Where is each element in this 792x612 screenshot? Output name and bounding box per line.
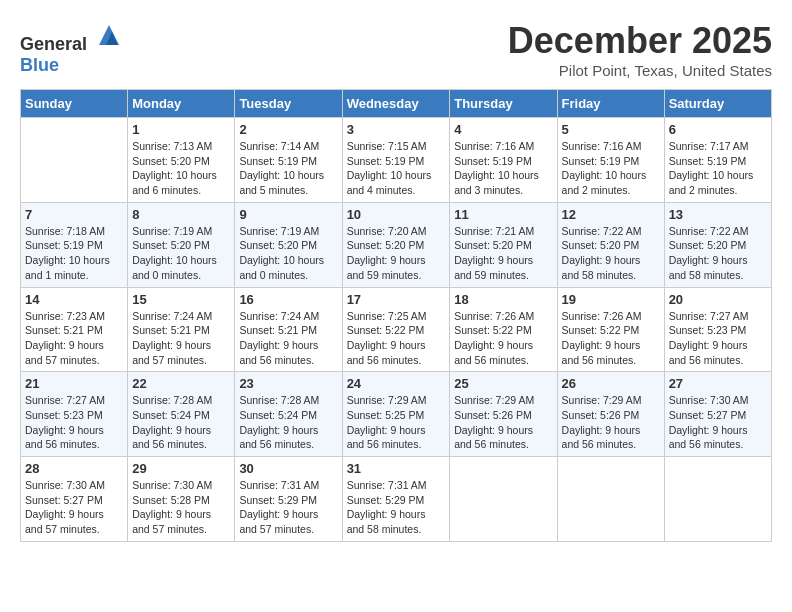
day-number: 20: [669, 292, 767, 307]
weekday-header-sunday: Sunday: [21, 90, 128, 118]
day-number: 30: [239, 461, 337, 476]
day-info: Sunrise: 7:28 AM Sunset: 5:24 PM Dayligh…: [239, 393, 337, 452]
calendar-cell: 5Sunrise: 7:16 AM Sunset: 5:19 PM Daylig…: [557, 118, 664, 203]
calendar-cell: 6Sunrise: 7:17 AM Sunset: 5:19 PM Daylig…: [664, 118, 771, 203]
weekday-header-thursday: Thursday: [450, 90, 557, 118]
calendar-cell: 28Sunrise: 7:30 AM Sunset: 5:27 PM Dayli…: [21, 457, 128, 542]
day-number: 22: [132, 376, 230, 391]
calendar-cell: 25Sunrise: 7:29 AM Sunset: 5:26 PM Dayli…: [450, 372, 557, 457]
day-number: 11: [454, 207, 552, 222]
day-number: 9: [239, 207, 337, 222]
calendar-cell: 10Sunrise: 7:20 AM Sunset: 5:20 PM Dayli…: [342, 202, 450, 287]
logo: General Blue: [20, 20, 124, 76]
day-info: Sunrise: 7:23 AM Sunset: 5:21 PM Dayligh…: [25, 309, 123, 368]
calendar-cell: 31Sunrise: 7:31 AM Sunset: 5:29 PM Dayli…: [342, 457, 450, 542]
weekday-header-tuesday: Tuesday: [235, 90, 342, 118]
calendar-cell: 15Sunrise: 7:24 AM Sunset: 5:21 PM Dayli…: [128, 287, 235, 372]
day-info: Sunrise: 7:15 AM Sunset: 5:19 PM Dayligh…: [347, 139, 446, 198]
calendar-cell: 8Sunrise: 7:19 AM Sunset: 5:20 PM Daylig…: [128, 202, 235, 287]
calendar-cell: 17Sunrise: 7:25 AM Sunset: 5:22 PM Dayli…: [342, 287, 450, 372]
day-info: Sunrise: 7:16 AM Sunset: 5:19 PM Dayligh…: [454, 139, 552, 198]
day-info: Sunrise: 7:30 AM Sunset: 5:27 PM Dayligh…: [669, 393, 767, 452]
day-info: Sunrise: 7:30 AM Sunset: 5:27 PM Dayligh…: [25, 478, 123, 537]
week-row-5: 28Sunrise: 7:30 AM Sunset: 5:27 PM Dayli…: [21, 457, 772, 542]
calendar-cell: 16Sunrise: 7:24 AM Sunset: 5:21 PM Dayli…: [235, 287, 342, 372]
weekday-header-friday: Friday: [557, 90, 664, 118]
day-number: 27: [669, 376, 767, 391]
weekday-header-monday: Monday: [128, 90, 235, 118]
day-number: 29: [132, 461, 230, 476]
calendar-cell: [664, 457, 771, 542]
calendar-table: SundayMondayTuesdayWednesdayThursdayFrid…: [20, 89, 772, 542]
day-number: 12: [562, 207, 660, 222]
day-info: Sunrise: 7:29 AM Sunset: 5:25 PM Dayligh…: [347, 393, 446, 452]
day-number: 18: [454, 292, 552, 307]
calendar-cell: 4Sunrise: 7:16 AM Sunset: 5:19 PM Daylig…: [450, 118, 557, 203]
day-info: Sunrise: 7:22 AM Sunset: 5:20 PM Dayligh…: [562, 224, 660, 283]
day-number: 19: [562, 292, 660, 307]
day-info: Sunrise: 7:17 AM Sunset: 5:19 PM Dayligh…: [669, 139, 767, 198]
logo-text: General Blue: [20, 20, 124, 76]
calendar-cell: 13Sunrise: 7:22 AM Sunset: 5:20 PM Dayli…: [664, 202, 771, 287]
day-number: 14: [25, 292, 123, 307]
week-row-3: 14Sunrise: 7:23 AM Sunset: 5:21 PM Dayli…: [21, 287, 772, 372]
calendar-cell: 29Sunrise: 7:30 AM Sunset: 5:28 PM Dayli…: [128, 457, 235, 542]
week-row-4: 21Sunrise: 7:27 AM Sunset: 5:23 PM Dayli…: [21, 372, 772, 457]
day-number: 5: [562, 122, 660, 137]
day-info: Sunrise: 7:19 AM Sunset: 5:20 PM Dayligh…: [239, 224, 337, 283]
day-number: 17: [347, 292, 446, 307]
day-number: 7: [25, 207, 123, 222]
day-info: Sunrise: 7:21 AM Sunset: 5:20 PM Dayligh…: [454, 224, 552, 283]
day-number: 4: [454, 122, 552, 137]
logo-general: General: [20, 34, 87, 54]
day-info: Sunrise: 7:27 AM Sunset: 5:23 PM Dayligh…: [669, 309, 767, 368]
day-number: 26: [562, 376, 660, 391]
day-number: 16: [239, 292, 337, 307]
day-info: Sunrise: 7:24 AM Sunset: 5:21 PM Dayligh…: [239, 309, 337, 368]
calendar-cell: 27Sunrise: 7:30 AM Sunset: 5:27 PM Dayli…: [664, 372, 771, 457]
calendar-cell: 22Sunrise: 7:28 AM Sunset: 5:24 PM Dayli…: [128, 372, 235, 457]
day-info: Sunrise: 7:14 AM Sunset: 5:19 PM Dayligh…: [239, 139, 337, 198]
day-number: 31: [347, 461, 446, 476]
weekday-header-row: SundayMondayTuesdayWednesdayThursdayFrid…: [21, 90, 772, 118]
day-number: 13: [669, 207, 767, 222]
day-number: 3: [347, 122, 446, 137]
day-info: Sunrise: 7:18 AM Sunset: 5:19 PM Dayligh…: [25, 224, 123, 283]
calendar-cell: 1Sunrise: 7:13 AM Sunset: 5:20 PM Daylig…: [128, 118, 235, 203]
day-number: 25: [454, 376, 552, 391]
day-info: Sunrise: 7:31 AM Sunset: 5:29 PM Dayligh…: [239, 478, 337, 537]
weekday-header-wednesday: Wednesday: [342, 90, 450, 118]
weekday-header-saturday: Saturday: [664, 90, 771, 118]
day-info: Sunrise: 7:16 AM Sunset: 5:19 PM Dayligh…: [562, 139, 660, 198]
day-info: Sunrise: 7:26 AM Sunset: 5:22 PM Dayligh…: [454, 309, 552, 368]
calendar-cell: 2Sunrise: 7:14 AM Sunset: 5:19 PM Daylig…: [235, 118, 342, 203]
day-number: 21: [25, 376, 123, 391]
calendar-cell: 20Sunrise: 7:27 AM Sunset: 5:23 PM Dayli…: [664, 287, 771, 372]
day-number: 8: [132, 207, 230, 222]
day-info: Sunrise: 7:29 AM Sunset: 5:26 PM Dayligh…: [562, 393, 660, 452]
calendar-cell: 30Sunrise: 7:31 AM Sunset: 5:29 PM Dayli…: [235, 457, 342, 542]
day-info: Sunrise: 7:27 AM Sunset: 5:23 PM Dayligh…: [25, 393, 123, 452]
day-info: Sunrise: 7:20 AM Sunset: 5:20 PM Dayligh…: [347, 224, 446, 283]
day-number: 1: [132, 122, 230, 137]
calendar-cell: 3Sunrise: 7:15 AM Sunset: 5:19 PM Daylig…: [342, 118, 450, 203]
day-info: Sunrise: 7:19 AM Sunset: 5:20 PM Dayligh…: [132, 224, 230, 283]
calendar-cell: [450, 457, 557, 542]
title-area: December 2025 Pilot Point, Texas, United…: [508, 20, 772, 79]
day-info: Sunrise: 7:30 AM Sunset: 5:28 PM Dayligh…: [132, 478, 230, 537]
week-row-2: 7Sunrise: 7:18 AM Sunset: 5:19 PM Daylig…: [21, 202, 772, 287]
day-info: Sunrise: 7:13 AM Sunset: 5:20 PM Dayligh…: [132, 139, 230, 198]
calendar-cell: 11Sunrise: 7:21 AM Sunset: 5:20 PM Dayli…: [450, 202, 557, 287]
calendar-cell: 9Sunrise: 7:19 AM Sunset: 5:20 PM Daylig…: [235, 202, 342, 287]
day-number: 15: [132, 292, 230, 307]
calendar-cell: 18Sunrise: 7:26 AM Sunset: 5:22 PM Dayli…: [450, 287, 557, 372]
subtitle: Pilot Point, Texas, United States: [508, 62, 772, 79]
calendar-cell: 21Sunrise: 7:27 AM Sunset: 5:23 PM Dayli…: [21, 372, 128, 457]
week-row-1: 1Sunrise: 7:13 AM Sunset: 5:20 PM Daylig…: [21, 118, 772, 203]
day-number: 6: [669, 122, 767, 137]
day-number: 28: [25, 461, 123, 476]
day-number: 10: [347, 207, 446, 222]
day-info: Sunrise: 7:31 AM Sunset: 5:29 PM Dayligh…: [347, 478, 446, 537]
day-info: Sunrise: 7:29 AM Sunset: 5:26 PM Dayligh…: [454, 393, 552, 452]
calendar-cell: 23Sunrise: 7:28 AM Sunset: 5:24 PM Dayli…: [235, 372, 342, 457]
